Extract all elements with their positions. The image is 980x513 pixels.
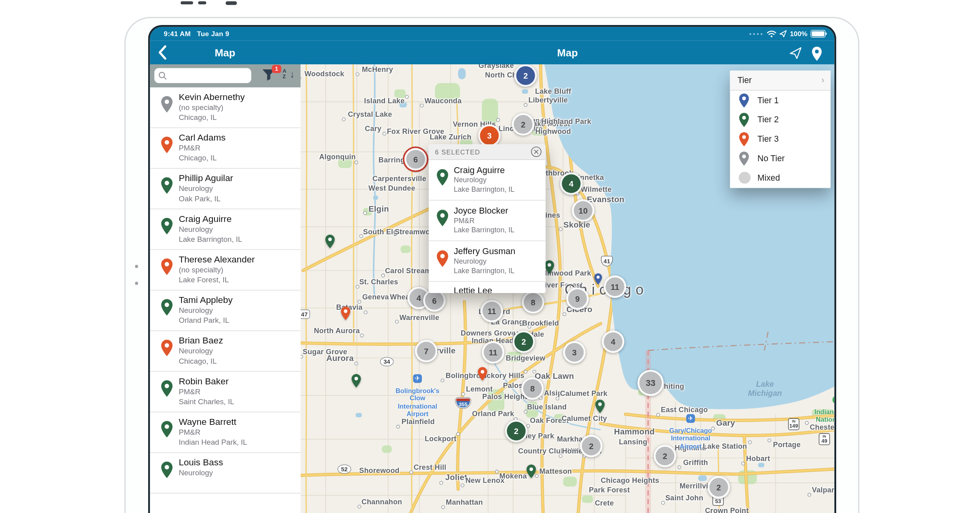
map-city-label: Cary — [365, 125, 381, 133]
person-city: Lake Forest, IL — [179, 276, 229, 284]
tier-option-tier-3[interactable]: Tier 3 — [730, 129, 831, 149]
popup-person-row[interactable]: Jeffery GusmanNeurologyLake Barrington, … — [429, 241, 545, 282]
map-cluster-11[interactable]: 11 — [482, 341, 504, 364]
map-city-label: Brookfield — [522, 319, 559, 327]
sort-az-button[interactable]: AZ ↓ — [281, 68, 298, 83]
map-city-label: Evanston — [587, 195, 624, 204]
map-cluster-4[interactable]: 4 — [560, 172, 583, 195]
map-town-dot — [461, 484, 464, 487]
map-town-dot — [456, 432, 460, 436]
popup-person-row[interactable]: Joyce BlockerPM&RLake Barrington, IL — [429, 201, 545, 241]
map-pin-green[interactable] — [595, 399, 605, 416]
map-cluster-2[interactable]: 2 — [512, 330, 535, 353]
people-list: Kevin Abernethy(no specialty)Chicago, IL… — [150, 87, 301, 513]
tier-panel-title: Tier — [737, 75, 752, 85]
map-town-dot — [405, 95, 408, 98]
map-pin-orange[interactable] — [340, 306, 351, 323]
person-row[interactable]: Robin BakerPM&RSaint Charles, IL — [150, 372, 301, 412]
app-screen: 9:41 AMTue Jan 9 100% Map — [148, 25, 836, 513]
map-town-dot — [559, 228, 562, 231]
map-cluster-3[interactable]: 3 — [478, 124, 501, 147]
map-city-label: Island Lake — [364, 97, 405, 104]
map-cluster-9[interactable]: 9 — [566, 287, 589, 310]
person-row[interactable]: Phillip AguilarNeurologyOak Park, IL — [150, 169, 301, 209]
person-name: Joyce Blocker — [454, 206, 508, 216]
person-specialty: Neurology — [179, 184, 213, 193]
map-cluster-4[interactable]: 4 — [602, 330, 624, 353]
map-cluster-2[interactable]: 2 — [580, 435, 603, 457]
person-specialty: PM&R — [179, 144, 201, 152]
person-name: Jeffery Gusman — [454, 246, 515, 256]
map-pin-green[interactable] — [351, 374, 361, 390]
map-cluster-2[interactable]: 2 — [654, 445, 677, 467]
map-cluster-11[interactable]: 11 — [604, 276, 626, 298]
person-row[interactable]: Therese Alexander(no specialty)Lake Fore… — [150, 250, 301, 290]
map-cluster-3[interactable]: 3 — [563, 341, 586, 364]
map-cluster-2[interactable]: 2 — [512, 113, 535, 136]
status-bar: 9:41 AMTue Jan 9 100% — [150, 27, 835, 41]
person-row[interactable]: Brian BaezNeurologyChicago, IL — [150, 331, 301, 372]
map-pin-blue[interactable] — [594, 273, 603, 287]
map-cluster-10[interactable]: 10 — [572, 199, 595, 222]
person-name: Craig Aguirre — [179, 214, 232, 224]
selection-popup: 6 SELECTED Craig AguirreNeurologyLake Ba… — [429, 144, 545, 293]
person-row[interactable]: Wayne BarrettPM&RIndian Head Park, IL — [150, 412, 301, 453]
search-input[interactable] — [155, 68, 251, 83]
tier-option-no-tier[interactable]: No Tier — [730, 148, 831, 168]
map-cluster-8[interactable]: 8 — [521, 377, 544, 400]
person-row[interactable]: Kevin Abernethy(no specialty)Chicago, IL — [150, 87, 301, 128]
tier-option-tier-2[interactable]: Tier 2 — [730, 110, 831, 129]
map-pin-orange[interactable] — [477, 367, 488, 384]
map-city-label: Carol Stream — [385, 267, 431, 274]
map-city-label: East Chicago — [661, 406, 708, 414]
map-pin-toggle-button[interactable] — [811, 46, 825, 60]
person-name: Phillip Aguilar — [179, 173, 233, 183]
person-row[interactable]: Louis BassNeurology — [150, 453, 301, 494]
popup-person-row[interactable]: Craig AguirreNeurologyLake Barrington, I… — [429, 160, 545, 201]
map-cluster-8[interactable]: 8 — [522, 291, 545, 314]
map-town-dot — [767, 438, 771, 442]
device-volume-button — [181, 1, 193, 4]
map-city-label: Mokena — [499, 472, 527, 480]
person-city: Saint Charles, IL — [179, 397, 234, 406]
tier-panel-header[interactable]: Tier › — [730, 71, 831, 91]
person-specialty: (no specialty) — [179, 103, 223, 112]
map-cluster-2[interactable]: 2 — [505, 420, 528, 442]
map-city-label: Elgin — [369, 204, 389, 214]
person-specialty: PM&R — [454, 217, 474, 224]
map-pin-green[interactable] — [526, 464, 537, 481]
selection-popup-list: Craig AguirreNeurologyLake Barrington, I… — [429, 160, 545, 293]
person-row[interactable]: Carl AdamsPM&RChicago, IL — [150, 128, 301, 169]
map-cluster-6-selected[interactable]: 6 — [404, 148, 427, 171]
map-cluster-33[interactable]: 33 — [638, 370, 664, 396]
tier-option-tier-1[interactable]: Tier 1 — [730, 91, 831, 110]
map-town-dot — [360, 334, 363, 337]
map-city-label: Valparaiso — [812, 486, 834, 494]
person-specialty: Neurology — [179, 225, 213, 233]
tier-option-label: Tier 3 — [758, 134, 779, 144]
map-city-label: Saint John — [665, 494, 704, 501]
map-canvas[interactable]: WoodstockMcHenryGrayslakeNorth ChicagoLi… — [301, 64, 835, 513]
device-mic-dot — [135, 265, 138, 268]
map-pin-green[interactable] — [325, 234, 335, 251]
map-city-label: Hammond — [614, 427, 655, 436]
road-shield-49: IN49 — [819, 433, 830, 445]
map-cluster-11[interactable]: 11 — [481, 300, 503, 322]
locate-me-button[interactable] — [789, 46, 803, 60]
back-button[interactable] — [155, 44, 172, 62]
map-cluster-7[interactable]: 7 — [415, 340, 438, 363]
map-pin-green[interactable] — [544, 260, 555, 276]
search-row: 1 AZ ↓ — [150, 64, 301, 87]
road-shield-47: 47 — [301, 310, 310, 319]
filter-button[interactable]: 1 — [261, 68, 278, 84]
selection-popup-header: 6 SELECTED — [429, 144, 545, 160]
stage: 9:41 AMTue Jan 9 100% Map — [0, 0, 980, 513]
popup-person-row-partial[interactable]: Lettie Lee — [429, 282, 545, 293]
close-icon[interactable] — [531, 146, 542, 157]
person-row[interactable]: Tami ApplebyNeurologyOrland Park, IL — [150, 291, 301, 331]
map-cluster-2[interactable]: 2 — [514, 64, 537, 87]
map-cluster-2[interactable]: 2 — [707, 476, 730, 499]
person-row[interactable]: Craig AguirreNeurologyLake Barrington, I… — [150, 209, 301, 250]
tier-option-mixed[interactable]: Mixed — [730, 168, 831, 187]
person-specialty: Neurology — [179, 347, 213, 355]
